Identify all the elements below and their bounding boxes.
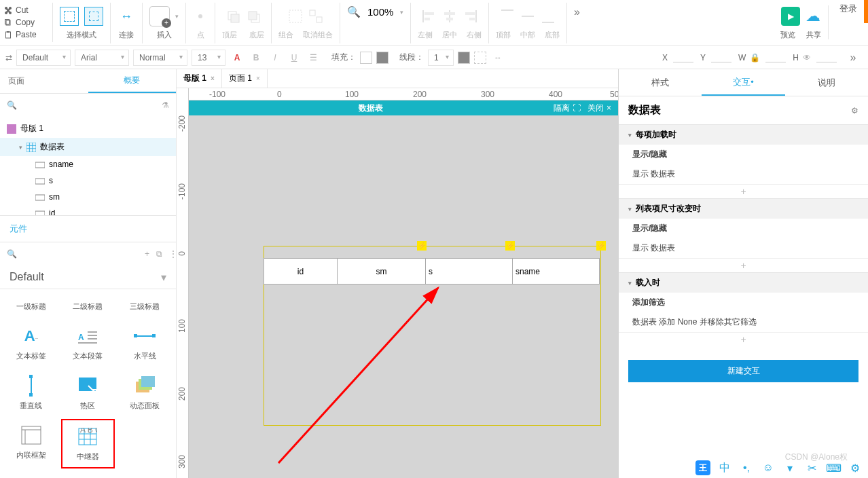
prop-overflow-button[interactable]: » [844,48,863,67]
align-right-icon[interactable] [463,9,477,24]
select-intersect-button[interactable] [60,7,79,26]
settings-icon[interactable]: ⚙ [851,106,858,115]
bring-front-icon[interactable] [225,9,240,24]
widget-h2[interactable]: 二级标题 [61,296,115,317]
copy-button[interactable]: Copy [4,16,48,29]
section-item-resize[interactable]: ▾列表项尺寸改变时 [619,199,868,219]
h-input[interactable] [816,52,837,62]
widget-hline[interactable]: 水平线 [117,320,172,367]
wang-icon[interactable]: 王 [695,460,710,475]
widget-label[interactable]: A_文本标签 [4,320,58,367]
close-icon[interactable]: × [211,75,215,82]
btm-down-icon[interactable]: ▾ [782,460,797,475]
align-bottom-icon[interactable] [541,9,556,24]
canvas-data-table[interactable]: id sm s sname [264,258,600,284]
doc-tab-master[interactable]: 母版 1× [177,69,222,88]
zoom-value[interactable]: 100% [363,6,397,18]
y-input[interactable] [711,52,731,62]
connect-button[interactable]: ↔ [117,7,135,25]
tab-outline[interactable]: 概要 [88,69,177,93]
section-load[interactable]: ▾载入时 [619,273,868,293]
tree-item[interactable]: sname [0,156,176,172]
italic-button[interactable]: I [268,50,283,65]
widget-vline[interactable]: 垂直线 [4,369,58,416]
list-button[interactable]: ☰ [306,50,321,65]
action-line[interactable]: 显示/隐藏 [619,145,868,164]
ungroup-icon[interactable] [308,9,323,24]
zoom-icon[interactable]: 🔍 [347,5,361,18]
cut-button[interactable]: Cut [4,4,48,16]
btm-dots-icon[interactable]: •, [739,460,754,475]
preview-button[interactable]: ▶ [781,7,800,26]
visibility-icon[interactable]: 👁 [803,53,811,62]
widget-dynamic-panel[interactable]: 动态面板 [117,369,172,416]
widget-iframe[interactable]: 内联框架 [4,419,58,468]
section-item-load[interactable]: ▾每项加载时 [619,125,868,145]
action-line[interactable]: 显示 数据表 [619,164,868,184]
widget-h3[interactable]: 三级标题 [117,296,172,317]
widget-repeater[interactable]: A B C中继器 [61,419,115,468]
comp-search-icon[interactable]: 🔍 [7,249,17,259]
text-color-button[interactable]: A [230,50,245,65]
action-line[interactable]: 显示/隐藏 [619,219,868,238]
insert-button[interactable]: + [149,6,170,26]
line-style[interactable] [474,52,486,64]
close-icon[interactable]: × [256,75,260,82]
btm-smile-icon[interactable]: ☺ [761,460,776,475]
add-icon[interactable]: + [145,249,149,259]
weight-select[interactable]: Normal [133,50,187,66]
widget-h1[interactable]: 一级标题 [4,296,58,317]
new-interaction-button[interactable]: 新建交互 [628,360,858,382]
btm-char-icon[interactable]: 中 [717,460,732,475]
tab-style[interactable]: 样式 [619,69,702,96]
arrow-style[interactable]: ↔ [490,50,505,65]
tab-page[interactable]: 页面 [0,69,88,93]
tree-master[interactable]: 母版 1 [0,120,176,138]
style-select[interactable]: Default [16,50,71,66]
outline-search-input[interactable] [22,98,156,113]
login-button[interactable]: 登录 [829,3,868,15]
send-back-icon[interactable] [246,9,261,24]
search-icon[interactable]: 🔍 [7,100,17,110]
paste-button[interactable]: Paste [4,29,48,41]
align-top-icon[interactable] [500,9,515,24]
btm-keyboard-icon[interactable]: ⌨ [826,460,841,475]
close-iso-button[interactable]: 关闭 × [587,103,611,114]
ribbon-overflow-button[interactable]: » [567,3,586,22]
library-select[interactable]: Default [0,265,176,289]
fill-color-2[interactable] [376,52,388,64]
line-color[interactable] [458,52,470,64]
tree-item[interactable]: sm [0,189,176,205]
share-button[interactable]: ☁ [806,7,820,25]
widget-paragraph[interactable]: A文本段落 [61,320,115,367]
w-input[interactable] [765,52,786,62]
group-icon[interactable] [288,9,303,24]
align-left-icon[interactable] [422,9,437,24]
btm-cut-icon[interactable]: ✂ [804,460,819,475]
doc-tab-page[interactable]: 页面 1× [222,69,268,88]
add-action-button[interactable]: + [619,332,868,346]
x-input[interactable] [673,52,693,62]
line-width-select[interactable]: 1 [428,50,454,66]
tab-notes[interactable]: 说明 [785,69,868,96]
fill-color-1[interactable] [360,52,372,64]
action-line[interactable]: 数据表 添加 None 并移除其它筛选 [619,312,868,332]
action-line[interactable]: 显示 数据表 [619,238,868,258]
add-action-button[interactable]: + [619,258,868,272]
cards-icon[interactable]: ⧉ [156,249,162,259]
action-line[interactable]: 添加筛选 [619,293,868,312]
point-icon[interactable] [193,9,208,24]
style-toggle-icon[interactable]: ⇄ [5,53,12,62]
widget-hotspot[interactable]: 热区 [61,369,115,416]
tree-table[interactable]: ▾数据表 [0,138,176,156]
align-middle-icon[interactable] [520,9,535,24]
tab-interact[interactable]: 交互• [702,69,784,96]
lock-icon[interactable]: 🔒 [750,53,760,62]
filter-icon[interactable]: ⚗ [162,100,169,110]
font-select[interactable]: Arial [75,50,129,66]
add-action-button[interactable]: + [619,184,868,198]
size-select[interactable]: 13 [192,50,225,66]
tree-item[interactable]: s [0,172,176,189]
isolate-button[interactable]: 隔离 ⛶ [554,103,581,114]
btm-gear-icon[interactable]: ⚙ [848,460,863,475]
